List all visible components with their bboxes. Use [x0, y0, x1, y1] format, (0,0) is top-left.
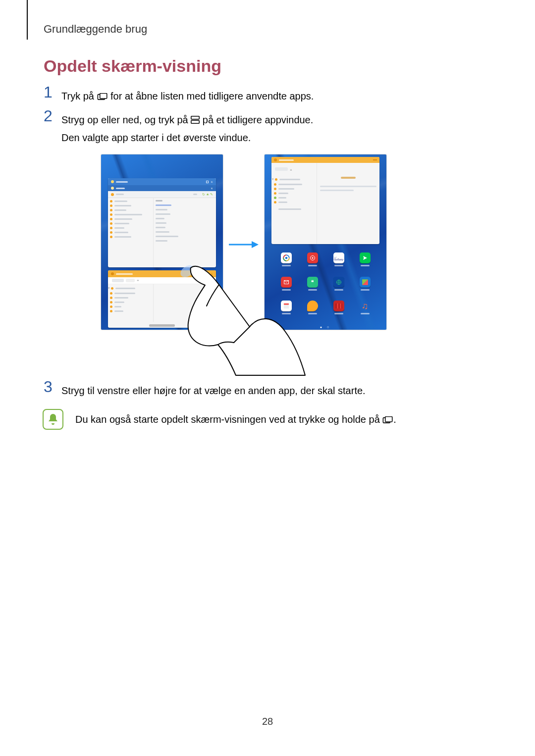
step-number: 3: [44, 379, 54, 395]
step-number: 1: [44, 84, 54, 100]
hand-illustration: [175, 257, 324, 376]
step-2-text-a: Stryg op eller ned, og tryk på: [61, 114, 191, 125]
step-2: 2 Stryg op eller ned, og tryk på på et t…: [44, 108, 313, 147]
svg-rect-1: [100, 93, 107, 99]
app-icon: [329, 277, 348, 298]
step-1-text-b: for at åbne listen med tidligere anvendt…: [108, 91, 314, 101]
illustration: × × ↻ ★ ✎: [101, 154, 418, 367]
app-icon: [329, 301, 348, 322]
arrow-icon: [228, 240, 259, 250]
step-1-text-a: Tryk på: [61, 91, 97, 101]
step-number: 2: [44, 108, 54, 124]
note-text-b: .: [393, 414, 396, 425]
step-2-text-c: Den valgte app starter i det øverste vin…: [61, 132, 251, 143]
svg-rect-15: [385, 416, 392, 422]
tip-note: Du kan også starte opdelt skærm-visninge…: [43, 409, 396, 430]
step-2-text-b: på et tidligere appvindue.: [200, 114, 313, 125]
page-number: 28: [0, 716, 535, 727]
bell-icon: [43, 409, 63, 430]
page-title: Opdelt skærm-visning: [44, 56, 221, 76]
step-3-text: Stryg til venstre eller højre for at væl…: [61, 385, 366, 396]
split-top-app: + ▾: [271, 157, 379, 244]
step-1: 1 Tryk på for at åbne listen med tidlige…: [44, 84, 314, 105]
recent-app-panel-top: × × ↻ ★ ✎: [108, 178, 216, 267]
note-text-a: Du kan også starte opdelt skærm-visninge…: [75, 414, 382, 425]
split-screen-icon: [191, 114, 200, 125]
recents-icon: [97, 91, 108, 101]
app-icon: [355, 277, 374, 298]
svg-rect-3: [191, 120, 199, 123]
section-header: Grundlæggende brug: [44, 23, 147, 36]
svg-rect-2: [191, 116, 199, 119]
step-3: 3 Stryg til venstre eller højre for at v…: [44, 379, 366, 400]
svg-marker-5: [252, 241, 259, 248]
app-icon: ♫: [355, 301, 374, 322]
app-icon: [355, 252, 374, 274]
app-icon: ◡Goℓooy: [329, 252, 348, 274]
recents-icon: [382, 414, 393, 425]
